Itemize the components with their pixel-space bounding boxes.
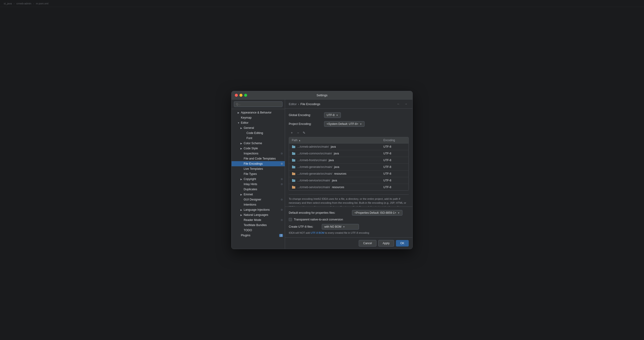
tree-item-label: Live Templates: [244, 167, 263, 170]
tree-item-label: File Encodings: [244, 162, 263, 165]
folder-icon: [292, 165, 296, 169]
svg-rect-3: [292, 152, 294, 153]
tree-item-file-encodings[interactable]: File Encodings ⚙: [232, 161, 285, 166]
settings-dialog: Settings ▶ Appearance & Behavior: [231, 91, 322, 170]
tree-item-label: Font: [246, 136, 252, 140]
tree-item-label: Appearance & Behavior: [241, 111, 272, 114]
tree-item-code-editing[interactable]: Code Editing: [232, 130, 285, 136]
settings-tree: ▶ Appearance & Behavior Keymap ▼ Editor: [232, 100, 285, 170]
tree-item-general[interactable]: ▶ General: [232, 125, 285, 130]
tree-item-live-templates[interactable]: Live Templates: [232, 166, 285, 170]
table-toolbar: ＋ − ✎: [289, 130, 322, 136]
col-path-label: Path: [292, 138, 298, 142]
tree-item-label: File and Code Templates: [244, 157, 276, 160]
tree-content: ▶ Appearance & Behavior Keymap ▼ Editor: [232, 109, 285, 170]
table-row[interactable]: .../crmeb-common/src/main/java UTF-8: [289, 150, 322, 157]
edit-button[interactable]: ✎: [301, 130, 307, 136]
tree-item-label: Editor: [241, 121, 248, 124]
folder-icon: [292, 152, 296, 155]
col-path-header[interactable]: Path ▲: [289, 137, 322, 143]
sync-icon: ⚙: [280, 162, 283, 165]
chevron-right-icon: ▶: [240, 147, 243, 150]
project-encoding-row: Project Encoding: <System Default: UTF-8…: [289, 121, 322, 127]
chevron-down-icon: ▼: [237, 122, 240, 124]
content-main: Global Encoding: UTF-8 ▼ Project Encodin…: [285, 108, 322, 170]
file-encodings-table: Path ▲ Encoding: [289, 137, 322, 170]
table-row[interactable]: .../crmeb-admin/src/main/java UTF-8: [289, 144, 322, 150]
tree-item-label: Color Scheme: [244, 142, 262, 145]
breadcrumb-editor[interactable]: Editor: [289, 102, 297, 106]
dialog-titlebar: Settings: [232, 91, 322, 100]
tree-item-appearance[interactable]: ▶ Appearance & Behavior: [232, 110, 285, 115]
global-encoding-label: Global Encoding:: [289, 114, 321, 117]
svg-rect-4: [292, 159, 295, 162]
tree-item-editor[interactable]: ▼ Editor: [232, 120, 285, 125]
svg-rect-7: [292, 166, 294, 166]
search-input[interactable]: [234, 102, 282, 107]
tree-item-code-style[interactable]: ▶ Code Style: [232, 146, 285, 151]
content-header: Editor › File Encodings ← →: [285, 100, 322, 108]
tree-item-label: Inspections: [244, 152, 258, 155]
folder-icon: [292, 145, 296, 148]
chevron-right-icon: ▶: [237, 111, 240, 114]
row-path: .../crmeb-common/src/main/java: [289, 150, 322, 157]
svg-rect-5: [292, 159, 294, 160]
minimize-button[interactable]: [240, 94, 242, 97]
row-path: .../crmeb-front/src/main/java: [289, 157, 322, 164]
tree-item-font[interactable]: Font: [232, 136, 285, 141]
settings-content: Editor › File Encodings ← → Global Encod…: [285, 100, 322, 170]
tree-item-label: Keymap: [241, 116, 252, 119]
close-button[interactable]: [235, 94, 238, 97]
dialog-title: Settings: [317, 94, 322, 97]
maximize-button[interactable]: [244, 94, 247, 97]
dialog-body: ▶ Appearance & Behavior Keymap ▼ Editor: [232, 100, 322, 170]
svg-rect-0: [292, 146, 295, 148]
row-path: .../crmeb-admin/src/main/java: [289, 144, 322, 150]
table-row[interactable]: .../crmeb-generate/src/main/java UTF-8: [289, 164, 322, 170]
sort-icon: ▲: [298, 139, 301, 142]
table-row[interactable]: .../crmeb-front/src/main/java UTF-8: [289, 157, 322, 164]
chevron-right-icon: ▶: [240, 126, 243, 129]
table-header: Path ▲ Encoding: [289, 137, 322, 144]
add-button[interactable]: ＋: [289, 130, 295, 136]
global-encoding-row: Global Encoding: UTF-8 ▼: [289, 112, 322, 118]
window-controls: [235, 94, 247, 97]
remove-button[interactable]: −: [296, 130, 300, 136]
tree-item-color-scheme[interactable]: ▶ Color Scheme: [232, 141, 285, 146]
tree-item-file-code-templates[interactable]: File and Code Templates: [232, 156, 285, 161]
chevron-right-icon: ▶: [240, 142, 243, 145]
row-path: .../crmeb-generate/src/main/java: [289, 164, 322, 170]
tree-item-keymap[interactable]: Keymap: [232, 115, 285, 120]
svg-rect-1: [292, 145, 294, 146]
tree-item-label: Code Editing: [246, 132, 263, 135]
search-box: [232, 100, 285, 109]
tree-item-inspections[interactable]: Inspections ⚙: [232, 151, 285, 156]
settings-icon: ⚙: [280, 152, 283, 155]
project-encoding-label: Project Encoding:: [289, 122, 321, 126]
folder-icon: [292, 158, 296, 162]
tree-item-label: General: [244, 126, 254, 130]
breadcrumb-separator: ›: [298, 102, 299, 106]
svg-rect-2: [292, 152, 295, 155]
breadcrumb-file-encodings: File Encodings: [300, 102, 320, 106]
modal-overlay: Settings ▶ Appearance & Behavior: [0, 0, 322, 170]
svg-rect-6: [292, 166, 295, 168]
tree-item-label: Code Style: [244, 147, 258, 150]
